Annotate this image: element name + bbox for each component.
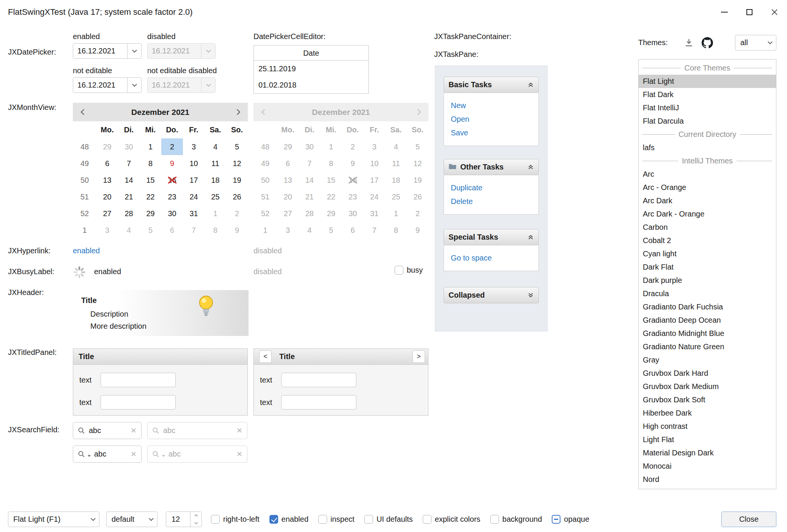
datepicker-dropdown-button[interactable] — [127, 44, 141, 58]
search-input[interactable]: abc — [94, 450, 127, 458]
text-input[interactable] — [281, 395, 356, 410]
day-cell[interactable]: 12 — [226, 155, 248, 172]
day-cell[interactable]: 5 — [140, 222, 161, 239]
prev-month-button[interactable] — [73, 110, 94, 114]
celleditor-table[interactable]: Date 25.11.2019 01.02.2018 — [253, 45, 369, 94]
day-cell[interactable]: 4 — [118, 222, 140, 239]
day-cell[interactable]: 3 — [183, 138, 205, 155]
task-group-header[interactable]: Special Tasks — [444, 229, 539, 245]
theme-item[interactable]: lafs — [639, 141, 776, 154]
month-view-enabled[interactable]: Dezember 2021Mo.Di.Mi.Do.Fr.Sa.So.482930… — [73, 103, 248, 239]
task-link[interactable]: Save — [451, 126, 532, 140]
theme-item[interactable]: Material Design Dark — [639, 446, 776, 460]
minimize-button[interactable] — [712, 0, 737, 24]
laf-combo[interactable]: Flat Light (F1) — [8, 512, 99, 527]
theme-item[interactable]: Gruvbox Dark Hard — [639, 367, 776, 380]
theme-item[interactable]: Carbon — [639, 221, 776, 234]
day-cell[interactable]: 24 — [183, 188, 205, 205]
task-group-header[interactable]: Collapsed — [444, 287, 539, 303]
download-icon[interactable] — [684, 38, 694, 48]
spinner-up-button[interactable] — [190, 512, 201, 519]
day-cell[interactable]: 1 — [205, 205, 226, 222]
day-cell[interactable]: 7 — [183, 222, 205, 239]
datepicker-dropdown-button[interactable] — [127, 78, 141, 93]
theme-item[interactable]: Cobalt 2 — [639, 234, 776, 247]
table-row[interactable]: 25.11.2019 — [254, 61, 368, 77]
themes-list[interactable]: Core ThemesFlat LightFlat DarkFlat Intel… — [638, 59, 776, 489]
task-link[interactable]: Delete — [451, 195, 532, 208]
day-cell[interactable]: 6 — [161, 222, 183, 239]
day-cell[interactable]: 10 — [183, 155, 205, 172]
checkbox-ui-defaults[interactable]: UI defaults — [364, 515, 413, 524]
day-cell[interactable]: 27 — [96, 205, 118, 222]
theme-item[interactable]: Monocai — [639, 460, 776, 473]
search-input[interactable]: abc — [89, 426, 127, 435]
day-cell[interactable]: 21 — [118, 188, 140, 205]
spinner-down-button[interactable] — [190, 519, 201, 527]
font-size-spinner[interactable]: 12 — [166, 512, 202, 527]
day-cell[interactable]: 1 — [140, 138, 161, 155]
checkbox-explicit-colors[interactable]: explicit colors — [423, 515, 480, 524]
search-field-menu-enabled[interactable]: abc ✕ — [73, 446, 142, 463]
theme-filter-combo[interactable]: all — [735, 35, 776, 50]
datepicker-enabled[interactable]: 16.12.2021 — [73, 43, 142, 59]
close-window-button[interactable] — [762, 0, 787, 24]
day-cell[interactable]: 5 — [226, 138, 248, 155]
theme-item[interactable]: High contrast — [639, 420, 776, 433]
day-cell[interactable]: 16 — [161, 172, 183, 188]
day-cell[interactable]: 3 — [96, 222, 118, 239]
day-cell[interactable]: 19 — [226, 172, 248, 188]
day-cell[interactable]: 26 — [226, 188, 248, 205]
theme-item[interactable]: Gradianto Nature Green — [639, 340, 776, 353]
theme-item[interactable]: Gradianto Midnight Blue — [639, 327, 776, 340]
theme-item[interactable]: Dark Flat — [639, 261, 776, 274]
font-combo[interactable]: default — [106, 512, 157, 527]
close-button[interactable]: Close — [721, 512, 776, 527]
day-cell[interactable]: 17 — [183, 172, 205, 188]
collapse-icon[interactable] — [527, 82, 534, 88]
theme-item[interactable]: Arc - Orange — [639, 181, 776, 194]
text-input[interactable] — [101, 373, 176, 387]
collapse-icon[interactable] — [527, 164, 534, 170]
theme-item[interactable]: Arc — [639, 168, 776, 181]
task-link[interactable]: New — [451, 99, 532, 112]
day-cell[interactable]: 18 — [205, 172, 226, 188]
day-cell[interactable]: 20 — [96, 188, 118, 205]
theme-item[interactable]: Dracula — [639, 287, 776, 300]
day-cell[interactable]: 31 — [183, 205, 205, 222]
next-month-button[interactable] — [227, 110, 248, 114]
table-row[interactable]: 01.02.2018 — [254, 77, 368, 93]
day-cell[interactable]: 8 — [205, 222, 226, 239]
text-input[interactable] — [281, 373, 356, 387]
checkbox-opaque[interactable]: opaque — [552, 515, 589, 524]
panel-left-button[interactable]: < — [259, 350, 272, 363]
theme-item[interactable]: Dark purple — [639, 274, 776, 287]
theme-item[interactable]: Gradianto Deep Ocean — [639, 314, 776, 327]
task-group-header[interactable]: Basic Tasks — [444, 77, 539, 93]
theme-item[interactable]: Cyan light — [639, 247, 776, 261]
busy-checkbox[interactable]: busy — [395, 266, 423, 275]
clear-icon[interactable]: ✕ — [131, 450, 137, 458]
day-cell[interactable]: 14 — [118, 172, 140, 188]
day-cell[interactable]: 25 — [205, 188, 226, 205]
day-cell[interactable]: 15 — [140, 172, 161, 188]
theme-item[interactable]: Gray — [639, 353, 776, 367]
expand-icon[interactable] — [527, 292, 534, 298]
task-link[interactable]: Duplicate — [451, 181, 532, 195]
day-cell[interactable]: 22 — [140, 188, 161, 205]
day-cell[interactable]: 30 — [118, 138, 140, 155]
theme-item[interactable]: Flat Darcula — [639, 115, 776, 128]
checkbox-inspect[interactable]: inspect — [318, 515, 354, 524]
theme-item[interactable]: Gruvbox Dark Soft — [639, 393, 776, 406]
theme-item[interactable]: Gradianto Dark Fuchsia — [639, 300, 776, 314]
theme-item[interactable]: Nord — [639, 473, 776, 486]
day-cell[interactable]: 2 — [161, 138, 183, 155]
day-cell[interactable]: 29 — [96, 138, 118, 155]
day-cell[interactable]: 23 — [161, 188, 183, 205]
datepicker-not-editable[interactable]: 16.12.2021 — [73, 77, 142, 93]
day-cell[interactable]: 4 — [205, 138, 226, 155]
day-cell[interactable]: 29 — [140, 205, 161, 222]
theme-item[interactable]: Light Flat — [639, 433, 776, 446]
task-link[interactable]: Go to space — [451, 251, 532, 265]
clear-icon[interactable]: ✕ — [131, 426, 137, 435]
